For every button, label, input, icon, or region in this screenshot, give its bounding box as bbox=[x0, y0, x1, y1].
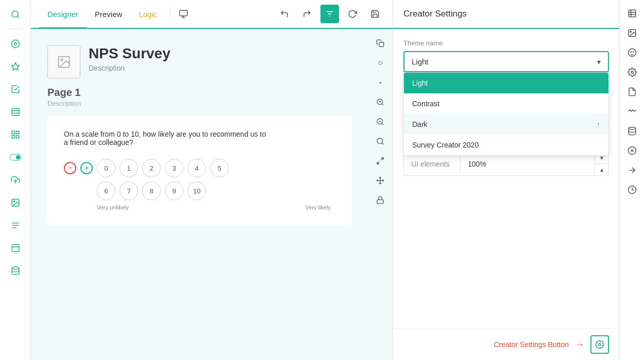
nps-minus-btn[interactable]: − bbox=[64, 162, 76, 174]
right-icon-close[interactable] bbox=[623, 141, 641, 160]
refresh-btn[interactable] bbox=[343, 5, 362, 23]
cursor-icon: ↑ bbox=[597, 120, 600, 128]
survey-title: NPS Survey bbox=[89, 45, 351, 62]
question-card: On a scale from 0 to 10, how likely are … bbox=[47, 116, 351, 225]
sidebar-icon-text[interactable] bbox=[5, 215, 26, 236]
question-text: On a scale from 0 to 10, how likely are … bbox=[64, 130, 270, 146]
svg-rect-5 bbox=[12, 108, 19, 116]
theme-dropdown-container: Light ▾ Light Contrast Dark ↑ Survey Cre… bbox=[403, 51, 609, 72]
right-icon-image[interactable] bbox=[623, 24, 641, 42]
nps-0[interactable]: 0 bbox=[97, 159, 115, 177]
svg-point-13 bbox=[16, 155, 20, 159]
nps-label-right: Very likely bbox=[305, 204, 331, 210]
canvas-circle-icon[interactable]: ○ bbox=[372, 55, 388, 71]
creator-settings-button-label: Creator Settings Button bbox=[494, 340, 569, 349]
ui-elements-label: UI elements bbox=[404, 155, 461, 173]
svg-point-55 bbox=[633, 52, 634, 53]
toolbar: Designer Preview Logic bbox=[31, 0, 393, 29]
canvas-dot-icon[interactable]: • bbox=[372, 74, 388, 91]
nps-plus-btn[interactable]: + bbox=[80, 162, 93, 174]
sidebar-icon-image[interactable] bbox=[5, 192, 26, 213]
sidebar-icon-toggle[interactable] bbox=[5, 147, 26, 168]
theme-option-dark[interactable]: Dark ↑ bbox=[404, 114, 608, 135]
toolbar-tabs: Designer Preview Logic bbox=[39, 0, 193, 28]
right-icon-table[interactable] bbox=[623, 4, 641, 23]
canvas-copy-icon[interactable] bbox=[372, 35, 388, 52]
svg-point-0 bbox=[12, 11, 18, 17]
sidebar-divider bbox=[8, 29, 23, 29]
sidebar-icon-star[interactable] bbox=[5, 56, 26, 77]
right-icon-doc[interactable] bbox=[623, 83, 641, 101]
page-title: Page 1 bbox=[47, 87, 351, 99]
svg-point-52 bbox=[630, 31, 631, 32]
canvas-fit-icon[interactable] bbox=[372, 153, 388, 169]
canvas-move-icon[interactable] bbox=[372, 172, 388, 189]
svg-line-33 bbox=[382, 104, 383, 105]
right-icons-col bbox=[619, 0, 644, 360]
sidebar-icon-panel[interactable] bbox=[5, 238, 26, 258]
main-area: Designer Preview Logic bbox=[31, 0, 393, 360]
sidebar-icon-target[interactable] bbox=[5, 34, 26, 54]
sidebar-icon-search[interactable] bbox=[5, 4, 26, 25]
nps-4[interactable]: 4 bbox=[188, 159, 206, 177]
nps-labels: Very unlikely Very likely bbox=[64, 204, 335, 210]
page-description: Description bbox=[47, 100, 351, 107]
nps-9[interactable]: 9 bbox=[165, 182, 183, 200]
svg-point-30 bbox=[61, 59, 63, 61]
filter-btn[interactable] bbox=[320, 5, 339, 23]
nps-label-left: Very unlikely bbox=[97, 204, 129, 210]
right-icon-zigzag[interactable] bbox=[623, 102, 641, 121]
tab-logic[interactable]: Logic bbox=[130, 1, 165, 28]
sidebar-icon-upload[interactable] bbox=[5, 170, 26, 190]
right-icon-clock[interactable] bbox=[623, 181, 641, 199]
theme-chevron-icon: ▾ bbox=[597, 58, 601, 66]
nps-2[interactable]: 2 bbox=[142, 159, 161, 177]
svg-point-3 bbox=[14, 43, 16, 45]
canvas-zoom-out-icon[interactable] bbox=[372, 113, 388, 130]
svg-rect-23 bbox=[180, 10, 188, 16]
nps-8[interactable]: 8 bbox=[142, 182, 161, 200]
svg-point-57 bbox=[629, 127, 636, 130]
tab-designer[interactable]: Designer bbox=[39, 1, 87, 28]
nps-7[interactable]: 7 bbox=[120, 182, 138, 200]
nps-6[interactable]: 6 bbox=[97, 182, 115, 200]
save-btn[interactable] bbox=[366, 5, 384, 23]
svg-rect-45 bbox=[377, 200, 383, 203]
survey-image-placeholder[interactable] bbox=[47, 45, 80, 78]
creator-settings-gear-btn[interactable] bbox=[590, 335, 609, 354]
undo-btn[interactable] bbox=[275, 5, 294, 23]
right-icon-cylinder[interactable] bbox=[623, 122, 641, 140]
right-panel-header: Creator Settings bbox=[393, 0, 619, 29]
right-panel: Creator Settings Theme name Light ▾ Ligh… bbox=[393, 0, 619, 360]
canvas-zoom-reset-icon[interactable] bbox=[372, 133, 388, 150]
nps-5[interactable]: 5 bbox=[210, 159, 229, 177]
svg-rect-31 bbox=[379, 42, 384, 47]
theme-option-contrast[interactable]: Contrast bbox=[404, 93, 608, 114]
ui-scaling-up[interactable]: ▴ bbox=[595, 164, 608, 175]
svg-rect-47 bbox=[629, 10, 636, 17]
svg-point-2 bbox=[11, 40, 19, 48]
canvas-zoom-in-icon[interactable] bbox=[372, 94, 388, 110]
right-icon-face[interactable] bbox=[623, 43, 641, 62]
theme-option-survey-creator-2020[interactable]: Survey Creator 2020 bbox=[404, 135, 608, 155]
theme-current-value: Light bbox=[412, 57, 429, 66]
video-btn[interactable] bbox=[174, 5, 193, 23]
theme-dropdown-trigger[interactable]: Light ▾ bbox=[403, 51, 609, 72]
svg-rect-9 bbox=[16, 131, 19, 134]
redo-btn[interactable] bbox=[298, 5, 316, 23]
right-icon-gear[interactable] bbox=[623, 63, 641, 81]
nps-1[interactable]: 1 bbox=[120, 159, 138, 177]
nps-3[interactable]: 3 bbox=[165, 159, 183, 177]
nps-10[interactable]: 10 bbox=[188, 182, 206, 200]
right-icon-palette[interactable] bbox=[623, 161, 641, 179]
canvas-lock-icon[interactable] bbox=[372, 192, 388, 208]
theme-option-light[interactable]: Light bbox=[404, 73, 608, 93]
tab-preview[interactable]: Preview bbox=[87, 1, 130, 28]
sidebar-icon-check[interactable] bbox=[5, 79, 26, 100]
svg-point-22 bbox=[12, 267, 19, 270]
theme-name-label: Theme name bbox=[403, 39, 609, 47]
sidebar-icon-database[interactable] bbox=[5, 260, 26, 281]
right-panel-content: Theme name Light ▾ Light Contrast Dark ↑… bbox=[393, 29, 619, 329]
sidebar-icon-grid[interactable] bbox=[5, 124, 26, 145]
sidebar-icon-list[interactable] bbox=[5, 102, 26, 122]
